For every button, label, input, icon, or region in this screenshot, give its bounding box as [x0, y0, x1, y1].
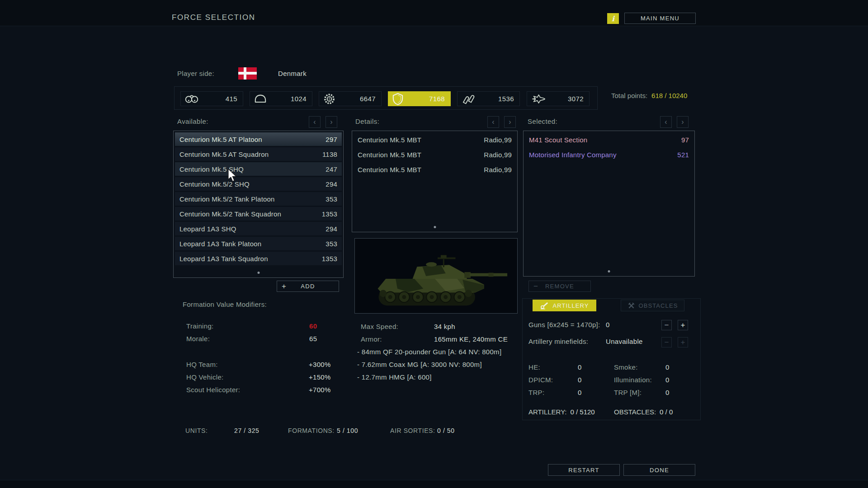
details-next-button[interactable]: ›: [504, 116, 516, 128]
available-prev-button[interactable]: ‹: [309, 116, 321, 128]
list-item[interactable]: Centurion Mk.5/2 SHQ294: [175, 177, 342, 191]
selected-row[interactable]: Motorised Infantry Company 521: [529, 147, 689, 162]
artillery-total-label: ARTILLERY:: [528, 408, 567, 416]
list-item[interactable]: Centurion Mk.5/2 Tank Squadron1353: [175, 207, 342, 221]
artillery-total-value: 0 / 5120: [571, 408, 595, 416]
obstacles-total-label: OBSTACLES:: [614, 408, 656, 416]
selected-next-button[interactable]: ›: [677, 116, 689, 128]
list-item[interactable]: Leopard 1A3 Tank Squadron1353: [175, 252, 342, 265]
tab-air[interactable]: 3072: [527, 91, 590, 106]
guns-increase-button[interactable]: +: [678, 320, 688, 330]
list-item[interactable]: Centurion Mk.5 AT Squadron1138: [175, 147, 342, 161]
units-label: UNITS:: [185, 427, 208, 434]
list-item[interactable]: Centurion Mk.5/2 Tank Platoon353: [175, 192, 342, 206]
selected-row[interactable]: M41 Scout Section 97: [529, 132, 689, 147]
done-button[interactable]: DONE: [623, 464, 695, 476]
list-item[interactable]: Centurion Mk.5 AT Platoon297: [175, 132, 342, 146]
detail-unit-name: Centurion Mk.5 MBT: [358, 166, 421, 174]
player-side-label: Player side:: [177, 70, 214, 77]
trp-label: TRP:: [528, 389, 544, 396]
remove-button[interactable]: − REMOVE: [528, 281, 591, 292]
smoke-value: 0: [665, 363, 670, 371]
tab-anti-tank[interactable]: 1536: [457, 91, 520, 106]
tab-infantry[interactable]: 1024: [250, 91, 312, 106]
unit-points: 1353: [322, 255, 337, 263]
minefields-label: Artillery minefields:: [528, 338, 588, 345]
trp-m-label: TRP [M]:: [614, 389, 642, 396]
detail-row[interactable]: Centurion Mk.5 MBT Radio,99: [358, 147, 512, 162]
hq-team-label: HQ Team:: [186, 361, 218, 368]
tire-icon: [323, 93, 335, 105]
remove-button-label: REMOVE: [545, 283, 574, 290]
obstacles-tab[interactable]: OBSTACLES: [621, 300, 684, 311]
illumination-label: Illumination:: [614, 376, 652, 384]
helmet-icon: [254, 94, 267, 104]
page-indicator-dot: [257, 272, 259, 274]
unit-name: Centurion Mk.5/2 Tank Platoon: [179, 195, 275, 203]
selected-unit-points: 97: [681, 136, 689, 144]
restart-button[interactable]: RESTART: [548, 464, 620, 476]
page-indicator-dot: [608, 270, 610, 272]
minefields-increase-button[interactable]: +: [678, 337, 688, 347]
obstacles-tab-label: OBSTACLES: [639, 302, 678, 309]
selected-header: Selected:: [528, 117, 557, 125]
tab-points: 7168: [429, 92, 445, 106]
max-speed-value: 34 kph: [434, 323, 455, 330]
list-item[interactable]: Leopard 1A3 SHQ294: [175, 222, 342, 235]
info-button[interactable]: i: [607, 13, 619, 24]
artillery-tab[interactable]: ARTILLERY: [533, 300, 596, 311]
scout-helicopter-value: +700%: [309, 386, 331, 394]
unit-name: Centurion Mk.5/2 Tank Squadron: [179, 210, 281, 218]
main-menu-button[interactable]: MAIN MENU: [624, 13, 696, 24]
detail-row[interactable]: Centurion Mk.5 MBT Radio,99: [358, 162, 512, 177]
add-button[interactable]: + ADD: [277, 281, 339, 292]
formations-label: FORMATIONS:: [288, 427, 335, 434]
unit-name: Centurion Mk.5/2 SHQ: [179, 180, 250, 188]
selected-prev-button[interactable]: ‹: [660, 116, 672, 128]
list-item[interactable]: Centurion Mk.5 SHQ247: [175, 162, 342, 176]
tab-points: 1024: [291, 92, 307, 106]
bottom-bar: [0, 480, 868, 488]
unit-preview-image: [354, 238, 518, 314]
unit-name: Leopard 1A3 Tank Squadron: [179, 255, 268, 263]
crossed-tools-icon: [627, 302, 635, 310]
detail-row[interactable]: Centurion Mk.5 MBT Radio,99: [358, 132, 512, 147]
modifiers-title: Formation Value Modifiers:: [183, 300, 267, 308]
available-header: Available:: [177, 117, 208, 125]
tab-recon[interactable]: 415: [180, 91, 243, 106]
air-sorties-label: AIR SORTIES:: [390, 427, 435, 434]
unit-points: 353: [326, 195, 337, 203]
available-next-button[interactable]: ›: [326, 116, 337, 128]
tab-armor-selected[interactable]: 7168: [388, 91, 451, 106]
page-indicator-dot: [434, 226, 436, 228]
plus-icon: +: [282, 282, 286, 291]
morale-value: 65: [309, 335, 317, 343]
hq-vehicle-label: HQ Vehicle:: [186, 373, 224, 381]
tab-points: 6647: [360, 92, 376, 106]
dpicm-label: DPICM:: [528, 376, 553, 384]
details-prev-button[interactable]: ‹: [487, 116, 499, 128]
guns-label: Guns [6x245 = 1470p]:: [528, 321, 600, 328]
force-selection-screen: FORCE SELECTION i MAIN MENU Player side:…: [0, 0, 868, 488]
jet-icon: [531, 93, 546, 105]
obstacles-total: OBSTACLES: 0 / 0: [614, 408, 673, 416]
selected-list: M41 Scout Section 97 Motorised Infantry …: [523, 131, 695, 277]
units-value: 27 / 325: [234, 427, 259, 434]
training-value: 60: [309, 322, 317, 330]
unit-name: Leopard 1A3 SHQ: [179, 225, 236, 233]
info-icon: i: [612, 14, 614, 23]
shield-icon: [392, 93, 403, 105]
centurion-tank-image: [355, 239, 517, 313]
unit-points: 247: [326, 165, 337, 173]
minefields-decrease-button[interactable]: −: [661, 337, 672, 347]
tab-points: 1536: [498, 92, 514, 106]
unit-points: 1353: [322, 210, 337, 218]
list-item[interactable]: Leopard 1A3 Tank Platoon353: [175, 237, 342, 250]
trp-m-value: 0: [665, 389, 670, 396]
tab-soft-vehicles[interactable]: 6647: [319, 91, 382, 106]
weapon-line: - 84mm QF 20-pounder Gun [A: 64 NV: 800m…: [357, 348, 501, 356]
detail-unit-info: Radio,99: [484, 151, 512, 159]
guns-decrease-button[interactable]: −: [661, 320, 672, 330]
unit-points: 297: [326, 136, 337, 143]
air-sorties-value: 0 / 50: [437, 427, 455, 434]
